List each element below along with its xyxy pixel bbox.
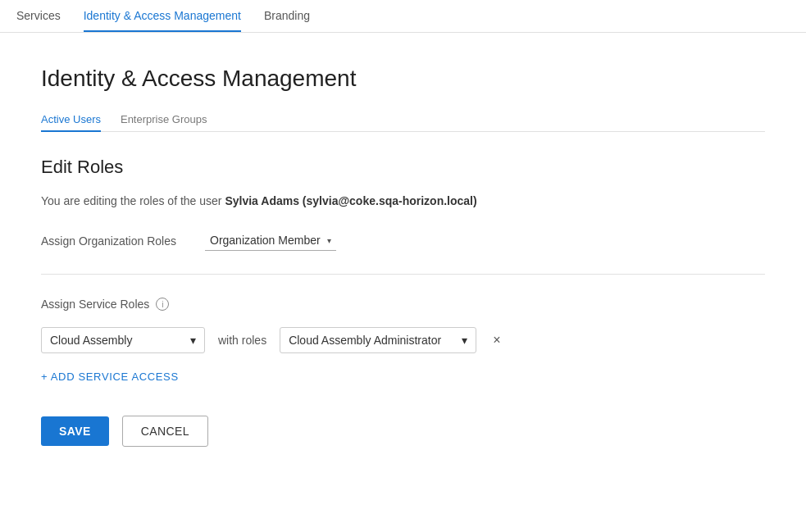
- role-dropdown-arrow-icon: ▾: [462, 334, 467, 347]
- edit-roles-title: Edit Roles: [41, 157, 765, 178]
- service-dropdown[interactable]: Cloud Assembly ▾: [41, 327, 205, 353]
- edit-description: You are editing the roles of the user Sy…: [41, 194, 765, 207]
- cancel-button[interactable]: CANCEL: [122, 416, 208, 447]
- info-icon: i: [156, 298, 169, 311]
- service-access-row: Cloud Assembly ▾ with roles Cloud Assemb…: [41, 327, 765, 353]
- with-roles-text: with roles: [218, 334, 266, 347]
- page-title: Identity & Access Management: [41, 66, 765, 92]
- action-buttons: SAVE CANCEL: [41, 416, 765, 447]
- org-role-dropdown[interactable]: Organization Member ▾: [205, 230, 336, 251]
- service-roles-label: Assign Service Roles: [41, 298, 149, 311]
- org-role-arrow-icon: ▾: [327, 236, 331, 245]
- role-selected-label: Cloud Assembly Administrator: [289, 334, 441, 347]
- subnav-enterprise-groups[interactable]: Enterprise Groups: [121, 108, 207, 132]
- save-button[interactable]: SAVE: [41, 416, 109, 446]
- main-content: Identity & Access Management Active User…: [0, 33, 806, 532]
- top-nav: Services Identity & Access Management Br…: [0, 0, 806, 33]
- section-divider: [41, 274, 765, 275]
- assign-org-roles-row: Assign Organization Roles Organization M…: [41, 230, 765, 251]
- nav-services[interactable]: Services: [16, 1, 61, 32]
- user-name: Sylvia Adams (sylvia@coke.sqa-horizon.lo…: [225, 194, 476, 207]
- service-roles-header: Assign Service Roles i: [41, 298, 765, 311]
- nav-branding[interactable]: Branding: [264, 1, 310, 32]
- sub-nav: Active Users Enterprise Groups: [41, 108, 765, 132]
- subnav-active-users[interactable]: Active Users: [41, 108, 101, 132]
- nav-iam[interactable]: Identity & Access Management: [84, 1, 241, 32]
- add-service-access-button[interactable]: + ADD SERVICE ACCESS: [41, 371, 179, 383]
- service-dropdown-arrow-icon: ▾: [190, 334, 196, 347]
- description-prefix: You are editing the roles of the user: [41, 194, 225, 207]
- assign-org-roles-label: Assign Organization Roles: [41, 234, 205, 248]
- role-dropdown[interactable]: Cloud Assembly Administrator ▾: [280, 327, 476, 353]
- org-role-selected: Organization Member: [210, 234, 321, 247]
- service-selected-label: Cloud Assembly: [50, 334, 132, 347]
- remove-service-button[interactable]: ×: [490, 330, 503, 350]
